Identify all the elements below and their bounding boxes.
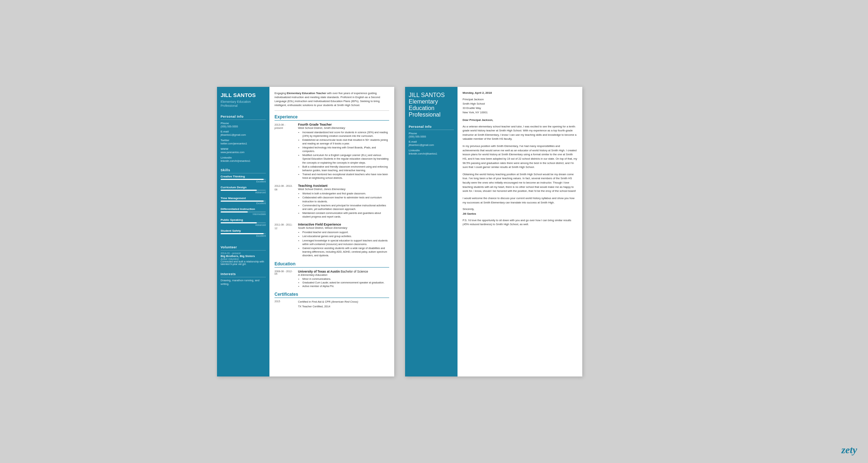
resume-summary: Engaging Elementary Education Teacher wi… bbox=[275, 91, 389, 111]
cert-entry: TX Teacher Certified, 2014 bbox=[275, 305, 389, 308]
skill-item: Public Speaking Advanced bbox=[221, 218, 266, 226]
personal-info-title: Personal Info bbox=[221, 114, 266, 120]
interests-text: Drawing, marathon running, and writing. bbox=[221, 279, 266, 286]
exp-company: West School District, Smith Elementary bbox=[298, 126, 389, 130]
skill-name: Public Speaking bbox=[221, 218, 266, 222]
cl-name-block: JILL SANTOS Elementary Education Profess… bbox=[405, 87, 458, 122]
skill-bar-bg bbox=[221, 179, 266, 180]
cover-letter-document: JILL SANTOS Elementary Education Profess… bbox=[405, 87, 582, 376]
recipient-line: New York, NY 10001 bbox=[463, 110, 577, 115]
skill-bar-fill bbox=[221, 211, 248, 212]
exp-content: Teaching Assistant West School District,… bbox=[298, 184, 389, 219]
skill-item: Time Management Excellent bbox=[221, 197, 266, 205]
education-title: Education bbox=[275, 261, 389, 268]
phone-label: Phone bbox=[221, 122, 266, 125]
skill-bar-bg bbox=[221, 233, 266, 234]
skill-item: Creative Thinking Excellent bbox=[221, 175, 266, 183]
resume-name: JILL SANTOS bbox=[221, 92, 266, 98]
exp-date: 2011-08 - 2011-12 bbox=[275, 223, 294, 258]
exp-bullets: Increased standardized test score for st… bbox=[298, 131, 389, 180]
resume-skills-section: Skills Creative Thinking Excellent Curri… bbox=[217, 165, 269, 242]
edu-content: University of Texas at Austin Bachelor o… bbox=[298, 270, 389, 288]
exp-job-title: Interactive Field Experience bbox=[298, 223, 389, 226]
resume-interests-section: Interests Drawing, marathon running, and… bbox=[217, 269, 269, 289]
resume-volunteer-section: Volunteer 2014-01 - present Big Brothers… bbox=[217, 242, 269, 269]
summary-text: Engaging Elementary Education Teacher wi… bbox=[275, 92, 380, 107]
bullet: Integrated technology into learning with… bbox=[302, 146, 389, 153]
cl-closing: Sincerely, bbox=[463, 207, 577, 211]
resume-main: Engaging Elementary Education Teacher wi… bbox=[269, 87, 394, 376]
skill-name: Time Management bbox=[221, 197, 266, 200]
skill-bar-fill bbox=[221, 222, 257, 223]
recipient-line: Smith High School bbox=[463, 102, 577, 106]
skill-bar-bg bbox=[221, 201, 266, 202]
twitter-value: twitter.com/janesantos1 bbox=[221, 142, 266, 146]
cl-sidebar: JILL SANTOS Elementary Education Profess… bbox=[405, 87, 458, 376]
exp-bullets: Provided teacher and classroom support.L… bbox=[298, 231, 389, 257]
bullet: Minor in communications. bbox=[302, 277, 389, 281]
experience-container: 2013-08 - present Fourth Grade Teacher W… bbox=[275, 123, 389, 258]
edu-school: University of Texas at Austin Bachelor o… bbox=[298, 270, 389, 273]
bullet: Modified curriculum for a English Langua… bbox=[302, 153, 389, 164]
recipient-line: 33 Erudite Way bbox=[463, 106, 577, 110]
skill-level: Advanced bbox=[221, 224, 266, 226]
skill-name: Creative Thinking bbox=[221, 175, 266, 178]
volunteer-date: 2014-01 - present bbox=[221, 252, 266, 254]
skill-bar-bg bbox=[221, 222, 266, 223]
skill-bar-bg bbox=[221, 211, 266, 212]
education-container: 2008-08 - 2012-05 University of Texas at… bbox=[275, 270, 389, 288]
edu-degree: in Elementary Education bbox=[298, 273, 389, 277]
bullet: Trained and mentored two exceptional stu… bbox=[302, 173, 389, 180]
skill-bar-fill bbox=[221, 179, 264, 180]
exp-company: West School District, Jones Elementary bbox=[298, 188, 389, 191]
experience-entry: 2013-08 - present Fourth Grade Teacher W… bbox=[275, 123, 389, 181]
phone-value: (555) 555-5555 bbox=[221, 125, 266, 129]
skill-level: Excellent bbox=[221, 202, 266, 205]
cl-personal-info-title: Personal Info bbox=[409, 124, 454, 130]
resume-personal-info-section: Personal Info Phone (555) 555-5555 E-mai… bbox=[217, 111, 269, 165]
linkedin-value: linkedin.com/in/jnesantos1 bbox=[221, 159, 266, 163]
exp-bullets: Worked in both a kindergarten and first … bbox=[298, 192, 389, 219]
recipient-line: Principal Jackson bbox=[463, 97, 577, 102]
resume-sidebar: JILL SANTOS Elementary Education Profess… bbox=[217, 87, 269, 376]
resume-document: JILL SANTOS Elementary Education Profess… bbox=[217, 87, 394, 376]
experience-title: Experience bbox=[275, 114, 389, 121]
exp-content: Fourth Grade Teacher West School Distric… bbox=[298, 123, 389, 181]
certificates-container: 2015 Certified in First Aid & CPR (Ameri… bbox=[275, 300, 389, 308]
education-entry: 2008-08 - 2012-05 University of Texas at… bbox=[275, 270, 389, 288]
edu-bullets: Minor in communications.Graduated Cum La… bbox=[298, 277, 389, 288]
bullet: Maintained constant communication with p… bbox=[302, 211, 389, 219]
bullet: Active member of Alpha Phi. bbox=[302, 285, 389, 288]
skill-bar-fill bbox=[221, 190, 257, 191]
edu-date: 2008-08 - 2012-05 bbox=[275, 270, 294, 288]
resume-title: Elementary Education Professional bbox=[221, 100, 266, 108]
skill-bar-bg bbox=[221, 190, 266, 191]
bullet: Increased standardized test score for st… bbox=[302, 131, 389, 138]
cl-signature: Jill Santos bbox=[463, 212, 577, 215]
exp-job-title: Teaching Assistant bbox=[298, 184, 389, 188]
cert-content: TX Teacher Certified, 2014 bbox=[298, 305, 389, 308]
cl-paragraph: Obtaining the world history teaching pos… bbox=[463, 172, 577, 193]
bullet: Gained experience assisting students wit… bbox=[302, 247, 389, 257]
cl-greeting: Dear Principal Jackson, bbox=[463, 118, 577, 122]
skill-level: Intermediate bbox=[221, 213, 266, 215]
skills-title: Skills bbox=[221, 167, 266, 173]
cl-email-value: jillsantos1@gmail.com bbox=[409, 143, 454, 147]
experience-section: Experience 2013-08 - present Fourth Grad… bbox=[275, 114, 389, 258]
exp-company: South School District, Wilson Elementary bbox=[298, 226, 389, 230]
certificates-title: Certificates bbox=[275, 292, 389, 298]
skill-name: Curriculum Design bbox=[221, 186, 266, 189]
bullet: Established an extracurricular book club… bbox=[302, 138, 389, 146]
linkedin-label: LinkedIn bbox=[221, 156, 266, 159]
cl-name: JILL SANTOS bbox=[409, 92, 454, 98]
cl-main: Monday, April 2, 2018 Principal JacksonS… bbox=[458, 87, 582, 376]
cl-title: Elementary Education Professional bbox=[409, 98, 454, 118]
zety-logo: zety bbox=[841, 444, 857, 456]
cl-email-label: E-mail bbox=[409, 140, 454, 143]
experience-entry: 2011-08 - 2011-12 Interactive Field Expe… bbox=[275, 223, 389, 258]
skill-item: Student Safety Excellent bbox=[221, 229, 266, 237]
interests-title: Interests bbox=[221, 271, 266, 277]
exp-date: 2013-08 - present bbox=[275, 123, 294, 181]
skills-container: Creative Thinking Excellent Curriculum D… bbox=[221, 175, 266, 237]
certificates-section: Certificates 2015 Certified in First Aid… bbox=[275, 292, 389, 308]
